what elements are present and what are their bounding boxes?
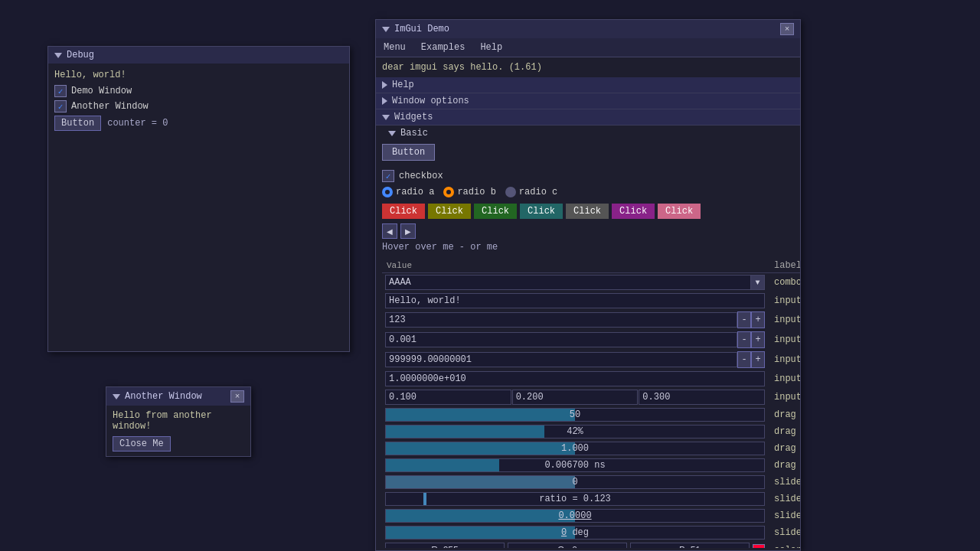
color-g-input[interactable] [508, 543, 627, 548]
input-text-cell [382, 292, 768, 310]
double-input[interactable] [385, 352, 737, 367]
color-label: color 1 (?) [768, 541, 800, 548]
basic-checkbox[interactable] [382, 170, 394, 182]
table-row: input text (?) [382, 292, 800, 310]
double-input-group: - + [385, 351, 765, 368]
drag-small-cell: 0.006700 ns [382, 457, 768, 474]
help-label: Help [392, 80, 414, 90]
arrow-left-btn[interactable]: ◀ [382, 223, 397, 239]
slider-int-control[interactable]: 0 [385, 475, 765, 489]
another-collapse-icon [113, 394, 120, 399]
drag-float-slider[interactable]: 1.000 [385, 442, 765, 455]
click-btn-purple[interactable]: Click [612, 204, 655, 219]
radio-b-circle [443, 187, 454, 197]
basic-section[interactable]: Basic [376, 126, 800, 141]
int-input-group: - + [385, 311, 765, 328]
table-row: - + input int (?) [382, 310, 800, 330]
debug-titlebar[interactable]: Debug [48, 47, 349, 64]
another-titlebar[interactable]: Another Window × [106, 387, 250, 406]
float-minus-btn[interactable]: - [737, 331, 751, 348]
arrow-buttons-row: ◀ ▶ [382, 223, 794, 239]
radio-b[interactable]: radio b [443, 187, 495, 197]
imgui-close-btn[interactable]: × [780, 23, 794, 35]
widgets-section[interactable]: Widgets [376, 109, 800, 126]
basic-button[interactable]: Button [382, 144, 435, 161]
int-input[interactable] [385, 312, 737, 328]
slider-int-cell: 0 [382, 474, 768, 491]
float-input[interactable] [385, 332, 737, 347]
input-float3-label: input float3 [768, 388, 800, 406]
combo-text-input[interactable] [386, 276, 750, 289]
table-row: ratio = 0.123 slider float [382, 491, 800, 507]
demo-window-label: Demo Window [71, 86, 132, 96]
table-row: 0 slider int (?) [382, 474, 800, 491]
drag-small-slider[interactable]: 0.006700 ns [385, 458, 765, 472]
drag-small-label: drag small float [768, 457, 800, 474]
radio-c-circle [505, 187, 516, 197]
click-btn-green[interactable]: Click [474, 204, 517, 219]
debug-button[interactable]: Button [54, 116, 101, 131]
menu-help[interactable]: Help [477, 41, 505, 54]
window-options-section[interactable]: Window options [376, 93, 800, 109]
slider-float-value: ratio = 0.123 [386, 494, 764, 504]
close-me-button[interactable]: Close Me [113, 436, 171, 452]
radio-a[interactable]: radio a [382, 187, 434, 197]
text-input[interactable] [385, 293, 765, 308]
debug-collapse-icon [54, 53, 62, 58]
table-header: Value label [382, 259, 800, 273]
another-close-btn[interactable]: × [230, 390, 244, 403]
combo-label: combo (?) [768, 273, 800, 292]
another-window-checkbox-row: Another Window [54, 100, 343, 112]
color-cell [382, 541, 768, 548]
basic-collapse-icon [388, 131, 396, 136]
table-row: color 1 (?) [382, 541, 800, 548]
table-row: 0.0000 slider float (curve) [382, 507, 800, 524]
click-btn-gray[interactable]: Click [566, 204, 609, 219]
double-plus-btn[interactable]: + [751, 351, 765, 368]
combo-input[interactable]: ▼ [385, 275, 765, 290]
combo-arrow-btn[interactable]: ▼ [750, 276, 764, 289]
input-table: Value label ▼ combo (?) [382, 259, 800, 548]
drag-int-slider[interactable]: 50 [385, 408, 765, 422]
int-minus-btn[interactable]: - [737, 311, 751, 328]
table-row: 0.006700 ns drag small float [382, 457, 800, 474]
another-window-checkbox[interactable] [54, 100, 67, 112]
double-minus-btn[interactable]: - [737, 351, 751, 368]
debug-title: Debug [67, 50, 94, 60]
click-btn-teal[interactable]: Click [520, 204, 563, 219]
slider-curve-control[interactable]: 0.0000 [385, 509, 765, 523]
float3-input-group [385, 390, 765, 405]
slider-angle-label: slider angle [768, 524, 800, 541]
float-plus-btn[interactable]: + [751, 331, 765, 348]
imgui-menubar: Menu Examples Help [376, 38, 800, 57]
drag-int-range-slider[interactable]: 42% [385, 425, 765, 439]
float3-z-input[interactable] [639, 390, 765, 405]
drag-small-value: 0.006700 ns [386, 460, 764, 471]
float3-y-input[interactable] [512, 390, 639, 405]
arrow-right-btn[interactable]: ▶ [400, 223, 416, 239]
color-swatch[interactable] [753, 544, 765, 548]
slider-angle-control[interactable]: 0 deg [385, 526, 765, 540]
click-btn-pink[interactable]: Click [658, 204, 701, 219]
menu-menu[interactable]: Menu [381, 41, 409, 54]
radio-c[interactable]: radio c [505, 187, 557, 197]
slider-int-label: slider int (?) [768, 474, 800, 491]
checkbox-row: checkbox [382, 170, 794, 182]
click-btn-red[interactable]: Click [382, 204, 425, 219]
help-section[interactable]: Help [376, 77, 800, 93]
float3-x-input[interactable] [385, 390, 511, 405]
imgui-collapse-icon [382, 27, 390, 32]
int-plus-btn[interactable]: + [751, 311, 765, 328]
color-b-input[interactable] [630, 543, 750, 548]
input-text-label: input text (?) [768, 292, 800, 310]
imgui-titlebar[interactable]: ImGui Demo × [376, 20, 800, 38]
slider-float-control[interactable]: ratio = 0.123 [385, 492, 765, 506]
demo-window-checkbox[interactable] [54, 85, 67, 97]
input-int-cell: - + [382, 310, 768, 330]
another-content: Hello from another window! Close Me [106, 406, 250, 456]
click-btn-olive[interactable]: Click [428, 204, 471, 219]
scientific-input[interactable] [385, 371, 765, 386]
color-r-input[interactable] [385, 543, 505, 548]
drag-int-range-label: drag int 0..100 [768, 423, 800, 440]
menu-examples[interactable]: Examples [418, 41, 469, 54]
